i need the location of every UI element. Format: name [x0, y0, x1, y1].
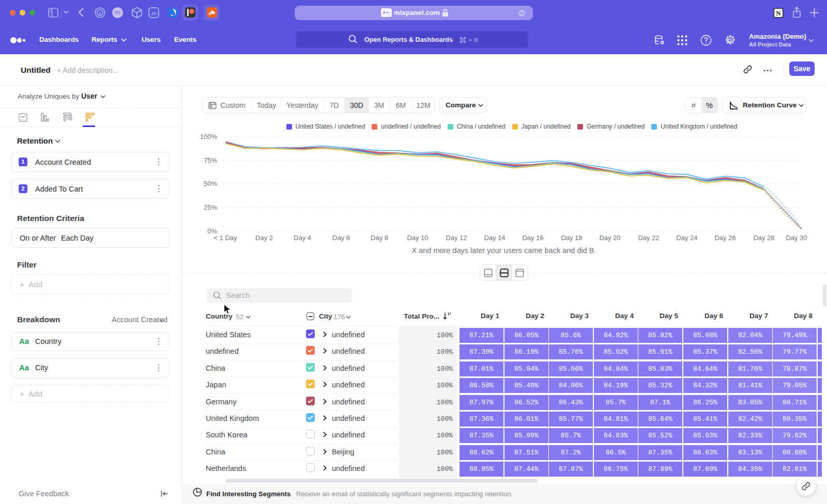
svg-text:N: N [776, 9, 781, 17]
svg-text:JS: JS [151, 11, 157, 16]
